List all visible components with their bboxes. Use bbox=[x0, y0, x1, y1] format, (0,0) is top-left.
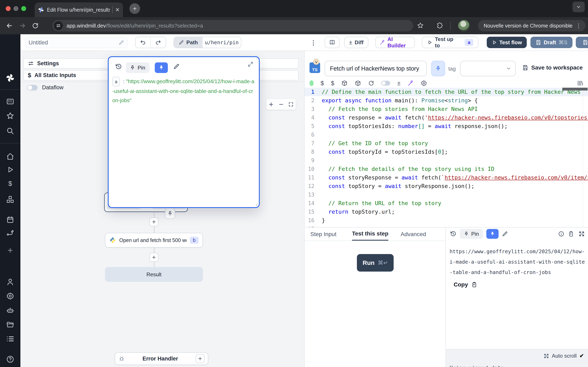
reload-icon[interactable] bbox=[368, 80, 374, 86]
test-flow-button[interactable]: Test flow bbox=[487, 37, 527, 48]
bookmark-star-icon[interactable] bbox=[417, 22, 424, 29]
search-icon[interactable] bbox=[6, 127, 14, 135]
code-line[interactable]: 16} bbox=[305, 216, 588, 225]
zoom-in-icon[interactable] bbox=[268, 101, 274, 107]
add-error-handler-button[interactable] bbox=[196, 354, 205, 363]
reload-icon[interactable] bbox=[32, 22, 39, 29]
undo-icon[interactable] bbox=[136, 37, 151, 48]
windmill-logo[interactable] bbox=[6, 73, 15, 82]
edit-pencil-icon[interactable] bbox=[173, 63, 180, 70]
tab-close-icon[interactable]: ✕ bbox=[115, 7, 120, 13]
package-icon[interactable] bbox=[341, 80, 348, 86]
folders-icon[interactable] bbox=[6, 320, 14, 329]
add-step-button[interactable] bbox=[149, 253, 158, 262]
variables-dollar-icon[interactable]: $ bbox=[320, 80, 324, 87]
pin-active-button[interactable] bbox=[155, 62, 168, 73]
code-line[interactable]: 8 const topStoryId = topStoriesIds[0]; bbox=[305, 148, 588, 156]
code-line[interactable]: 11 const storyResponse = await fetch(`ht… bbox=[305, 173, 588, 182]
code-line[interactable]: 1// Define the main function to fetch th… bbox=[305, 88, 588, 96]
code-line[interactable]: 17 bbox=[305, 225, 588, 227]
tab-test-this-step[interactable]: Test this step bbox=[352, 227, 388, 241]
code-line[interactable]: 2export async function main(): Promise<s… bbox=[305, 96, 588, 105]
add-icon[interactable] bbox=[6, 246, 14, 254]
editor-scrollbar-thumb[interactable] bbox=[562, 88, 588, 91]
browser-tab[interactable]: Edit Flow u/henri/pin_results ✕ bbox=[35, 2, 123, 17]
profile-avatar[interactable] bbox=[458, 20, 470, 31]
ai-wand-icon[interactable] bbox=[407, 80, 414, 86]
settings-gear-icon[interactable] bbox=[6, 292, 14, 300]
favorites-star-icon[interactable] bbox=[6, 112, 14, 120]
path-button[interactable]: Path u/henri/pin bbox=[173, 37, 241, 48]
diff-plusminus-icon[interactable]: ± bbox=[397, 80, 400, 87]
window-minimize-button[interactable] bbox=[13, 6, 18, 11]
pin-button[interactable]: Pin bbox=[126, 62, 149, 73]
new-tab-button[interactable]: + bbox=[130, 3, 140, 14]
editor-settings-gear-icon[interactable] bbox=[421, 80, 427, 86]
info-icon[interactable] bbox=[558, 231, 564, 237]
runs-icon[interactable] bbox=[6, 166, 14, 174]
ai-builder-button[interactable]: AI Builder bbox=[375, 37, 415, 48]
home-icon[interactable] bbox=[6, 152, 14, 161]
workspace-icon[interactable] bbox=[6, 98, 14, 106]
code-line[interactable]: 13 bbox=[305, 191, 588, 199]
users-icon[interactable] bbox=[6, 278, 14, 286]
code-editor[interactable]: 1// Define the main function to fetch th… bbox=[305, 88, 588, 227]
node-pin-badge[interactable] bbox=[165, 208, 175, 219]
forward-icon[interactable] bbox=[19, 22, 26, 29]
code-line[interactable]: 12 const topStory = await storyResponse.… bbox=[305, 182, 588, 191]
tab-step-input[interactable]: Step Input bbox=[310, 227, 337, 241]
resources-icon[interactable] bbox=[6, 195, 14, 203]
deploy-button[interactable]: Deploy bbox=[576, 37, 588, 48]
workers-icon[interactable] bbox=[6, 306, 14, 314]
back-icon[interactable] bbox=[6, 22, 13, 29]
more-options-kebab-icon[interactable]: ⋮ bbox=[310, 39, 316, 46]
editor-toggle[interactable] bbox=[381, 81, 390, 86]
edit-name-pencil-icon[interactable] bbox=[118, 40, 124, 45]
redo-icon[interactable] bbox=[151, 37, 166, 48]
fullscreen-icon[interactable] bbox=[579, 231, 585, 237]
package-icon[interactable] bbox=[355, 80, 361, 86]
code-line[interactable]: 10 // Fetch the details of the top story… bbox=[305, 165, 588, 173]
clipboard-icon[interactable] bbox=[568, 231, 574, 237]
history-icon[interactable] bbox=[115, 63, 122, 70]
history-icon[interactable] bbox=[450, 231, 457, 237]
code-line[interactable]: 3 // Fetch the top stories from Hacker N… bbox=[305, 105, 588, 113]
draft-button[interactable]: Draft⌘S bbox=[530, 37, 572, 48]
flows-icon[interactable] bbox=[6, 229, 14, 237]
pin-active-button[interactable] bbox=[486, 229, 499, 239]
test-up-to-button[interactable]: Test up to a bbox=[422, 37, 479, 48]
auto-scroll-control[interactable]: Auto scroll ✔ bbox=[544, 353, 584, 359]
address-bar[interactable]: app.windmill.dev/flows/edit/u/henri/pin_… bbox=[52, 20, 413, 31]
variables-icon[interactable]: $ bbox=[6, 180, 14, 188]
zoom-out-icon[interactable] bbox=[278, 101, 284, 107]
add-step-button[interactable] bbox=[149, 217, 158, 226]
code-line[interactable]: 6 bbox=[305, 131, 588, 139]
result-node[interactable]: Result bbox=[105, 267, 203, 282]
edit-pencil-icon[interactable] bbox=[502, 231, 508, 237]
schedules-icon[interactable] bbox=[6, 216, 14, 224]
step-title-input[interactable]: Fetch url of HackerNews top story bbox=[325, 61, 427, 76]
extensions-icon[interactable] bbox=[436, 22, 443, 29]
code-line[interactable]: 14 // Return the URL of the top story bbox=[305, 199, 588, 208]
step-pin-button[interactable] bbox=[431, 61, 445, 76]
copy-button[interactable]: Copy bbox=[454, 281, 477, 288]
window-zoom-button[interactable] bbox=[21, 6, 26, 11]
code-line[interactable]: 5 const topStoriesIds: number[] = await … bbox=[305, 122, 588, 131]
dataflow-toggle[interactable] bbox=[27, 85, 38, 91]
chrome-update-button[interactable]: Nouvelle version de Chrome disponible ⋮ bbox=[478, 20, 586, 31]
library-icon[interactable] bbox=[577, 80, 584, 86]
run-button[interactable]: Run ⌘↵ bbox=[357, 254, 394, 272]
fit-view-icon[interactable] bbox=[288, 102, 294, 107]
resize-handle[interactable] bbox=[254, 202, 258, 206]
code-line[interactable]: 7 // Get the ID of the top story bbox=[305, 139, 588, 148]
browser-menu-kebab-icon[interactable]: ⋮ bbox=[576, 22, 581, 29]
save-to-workspace-button[interactable]: Save to workspace bbox=[522, 64, 583, 71]
docs-book-button[interactable] bbox=[325, 37, 340, 48]
error-handler-node[interactable]: Error Handler bbox=[115, 352, 208, 365]
expand-popup-icon[interactable] bbox=[247, 61, 254, 67]
flow-node-b[interactable]: Open url and fetch first 500 words of ..… bbox=[105, 233, 203, 248]
site-info-icon[interactable] bbox=[54, 21, 63, 30]
tab-search-chevron-icon[interactable] bbox=[572, 2, 585, 12]
resources-dollar-icon[interactable]: $ bbox=[331, 80, 334, 87]
window-close-button[interactable] bbox=[6, 6, 11, 11]
